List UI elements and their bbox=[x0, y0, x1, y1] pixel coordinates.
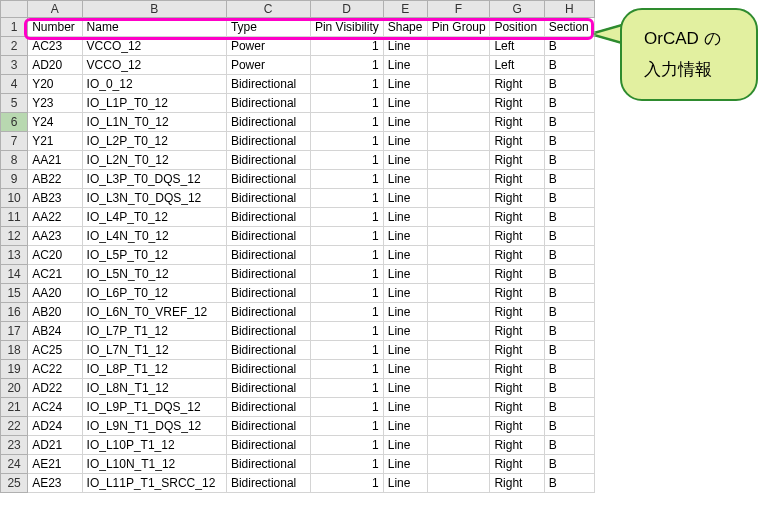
cell-C[interactable]: Bidirectional bbox=[226, 379, 310, 398]
row-head[interactable]: 10 bbox=[1, 189, 28, 208]
cell-F[interactable]: Pin Group bbox=[427, 18, 490, 37]
col-head-F[interactable]: F bbox=[427, 1, 490, 18]
cell-D[interactable]: 1 bbox=[310, 113, 383, 132]
cell-A[interactable]: AC25 bbox=[28, 341, 82, 360]
cell-D[interactable]: 1 bbox=[310, 379, 383, 398]
cell-F[interactable] bbox=[427, 113, 490, 132]
cell-B[interactable]: IO_L5N_T0_12 bbox=[82, 265, 226, 284]
cell-G[interactable]: Right bbox=[490, 227, 544, 246]
cell-F[interactable] bbox=[427, 208, 490, 227]
row-head[interactable]: 20 bbox=[1, 379, 28, 398]
cell-F[interactable] bbox=[427, 455, 490, 474]
cell-C[interactable]: Bidirectional bbox=[226, 436, 310, 455]
cell-A[interactable]: AC23 bbox=[28, 37, 82, 56]
cell-D[interactable]: 1 bbox=[310, 341, 383, 360]
cell-B[interactable]: IO_L1N_T0_12 bbox=[82, 113, 226, 132]
cell-E[interactable]: Line bbox=[383, 303, 427, 322]
cell-D[interactable]: 1 bbox=[310, 94, 383, 113]
cell-A[interactable]: AA22 bbox=[28, 208, 82, 227]
cell-G[interactable]: Right bbox=[490, 436, 544, 455]
cell-C[interactable]: Type bbox=[226, 18, 310, 37]
cell-B[interactable]: VCCO_12 bbox=[82, 37, 226, 56]
cell-F[interactable] bbox=[427, 303, 490, 322]
cell-F[interactable] bbox=[427, 341, 490, 360]
cell-A[interactable]: AD20 bbox=[28, 56, 82, 75]
cell-D[interactable]: 1 bbox=[310, 265, 383, 284]
row-head[interactable]: 25 bbox=[1, 474, 28, 493]
row-head[interactable]: 11 bbox=[1, 208, 28, 227]
cell-G[interactable]: Right bbox=[490, 303, 544, 322]
cell-G[interactable]: Left bbox=[490, 37, 544, 56]
cell-A[interactable]: AB22 bbox=[28, 170, 82, 189]
cell-F[interactable] bbox=[427, 132, 490, 151]
cell-E[interactable]: Line bbox=[383, 322, 427, 341]
cell-D[interactable]: 1 bbox=[310, 417, 383, 436]
cell-E[interactable]: Shape bbox=[383, 18, 427, 37]
cell-F[interactable] bbox=[427, 151, 490, 170]
cell-F[interactable] bbox=[427, 360, 490, 379]
cell-B[interactable]: IO_0_12 bbox=[82, 75, 226, 94]
row-head[interactable]: 22 bbox=[1, 417, 28, 436]
cell-E[interactable]: Line bbox=[383, 417, 427, 436]
cell-G[interactable]: Right bbox=[490, 246, 544, 265]
row-head[interactable]: 15 bbox=[1, 284, 28, 303]
cell-B[interactable]: IO_L7N_T1_12 bbox=[82, 341, 226, 360]
cell-G[interactable]: Right bbox=[490, 379, 544, 398]
cell-E[interactable]: Line bbox=[383, 474, 427, 493]
cell-H[interactable]: B bbox=[544, 417, 594, 436]
cell-E[interactable]: Line bbox=[383, 227, 427, 246]
cell-E[interactable]: Line bbox=[383, 284, 427, 303]
cell-G[interactable]: Right bbox=[490, 132, 544, 151]
cell-B[interactable]: IO_L4P_T0_12 bbox=[82, 208, 226, 227]
cell-D[interactable]: 1 bbox=[310, 322, 383, 341]
cell-E[interactable]: Line bbox=[383, 132, 427, 151]
cell-B[interactable]: IO_L9N_T1_DQS_12 bbox=[82, 417, 226, 436]
cell-H[interactable]: B bbox=[544, 170, 594, 189]
cell-B[interactable]: IO_L6P_T0_12 bbox=[82, 284, 226, 303]
cell-D[interactable]: 1 bbox=[310, 56, 383, 75]
cell-E[interactable]: Line bbox=[383, 360, 427, 379]
cell-A[interactable]: AC24 bbox=[28, 398, 82, 417]
cell-G[interactable]: Right bbox=[490, 284, 544, 303]
cell-F[interactable] bbox=[427, 417, 490, 436]
cell-D[interactable]: 1 bbox=[310, 360, 383, 379]
cell-A[interactable]: AB24 bbox=[28, 322, 82, 341]
cell-G[interactable]: Right bbox=[490, 360, 544, 379]
cell-H[interactable]: B bbox=[544, 246, 594, 265]
col-head-B[interactable]: B bbox=[82, 1, 226, 18]
cell-D[interactable]: 1 bbox=[310, 151, 383, 170]
cell-A[interactable]: Y24 bbox=[28, 113, 82, 132]
cell-G[interactable]: Right bbox=[490, 75, 544, 94]
cell-B[interactable]: VCCO_12 bbox=[82, 56, 226, 75]
cell-A[interactable]: AE23 bbox=[28, 474, 82, 493]
cell-H[interactable]: B bbox=[544, 322, 594, 341]
row-head[interactable]: 14 bbox=[1, 265, 28, 284]
cell-H[interactable]: B bbox=[544, 436, 594, 455]
cell-G[interactable]: Right bbox=[490, 417, 544, 436]
row-head[interactable]: 13 bbox=[1, 246, 28, 265]
cell-G[interactable]: Right bbox=[490, 322, 544, 341]
cell-D[interactable]: 1 bbox=[310, 189, 383, 208]
cell-E[interactable]: Line bbox=[383, 189, 427, 208]
row-head[interactable]: 5 bbox=[1, 94, 28, 113]
cell-E[interactable]: Line bbox=[383, 56, 427, 75]
cell-H[interactable]: Section bbox=[544, 18, 594, 37]
cell-D[interactable]: 1 bbox=[310, 132, 383, 151]
cell-B[interactable]: IO_L2N_T0_12 bbox=[82, 151, 226, 170]
cell-C[interactable]: Bidirectional bbox=[226, 170, 310, 189]
cell-E[interactable]: Line bbox=[383, 398, 427, 417]
cell-H[interactable]: B bbox=[544, 94, 594, 113]
col-head-D[interactable]: D bbox=[310, 1, 383, 18]
col-head-G[interactable]: G bbox=[490, 1, 544, 18]
row-head[interactable]: 7 bbox=[1, 132, 28, 151]
cell-H[interactable]: B bbox=[544, 265, 594, 284]
cell-H[interactable]: B bbox=[544, 113, 594, 132]
cell-A[interactable]: AA21 bbox=[28, 151, 82, 170]
cell-H[interactable]: B bbox=[544, 379, 594, 398]
cell-H[interactable]: B bbox=[544, 56, 594, 75]
cell-G[interactable]: Right bbox=[490, 398, 544, 417]
cell-G[interactable]: Right bbox=[490, 341, 544, 360]
cell-F[interactable] bbox=[427, 265, 490, 284]
spreadsheet[interactable]: A B C D E F G H 1NumberNameTypePin Visib… bbox=[0, 0, 595, 493]
cell-C[interactable]: Power bbox=[226, 37, 310, 56]
